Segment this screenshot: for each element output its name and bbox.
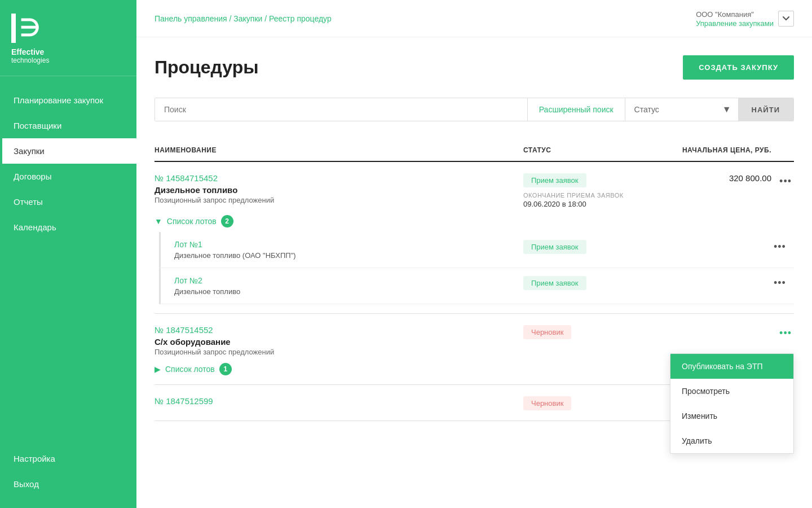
lot-number-1[interactable]: Лот №1 — [174, 240, 523, 249]
create-purchase-button[interactable]: СОЗДАТЬ ЗАКУПКУ — [683, 55, 794, 80]
proc-info-row3: № 1847512599 — [155, 396, 523, 408]
sidebar-nav: Планирование закупок Поставщики Закупки … — [0, 76, 136, 446]
status-select[interactable]: Статус — [625, 98, 738, 121]
proc-number-row1[interactable]: № 14584715452 — [155, 173, 523, 183]
more-button-lot1[interactable]: ••• — [771, 240, 788, 254]
lot-price-2 — [647, 276, 771, 296]
status-badge-row1: Прием заявок — [523, 173, 586, 187]
sidebar-item-purchases[interactable]: Закупки — [0, 138, 136, 164]
lot-info-2: Лот №2 Дизельное топливо — [174, 276, 523, 296]
context-menu-publish[interactable]: Опубликовать на ЭТП — [670, 354, 793, 379]
more-button-lot2[interactable]: ••• — [771, 276, 788, 290]
logo-area: ∋ Effective technologies — [0, 0, 136, 76]
proc-price-row1: 320 800.00 — [647, 173, 771, 183]
lot-actions-2: ••• — [771, 276, 794, 296]
search-bar: Расширенный поиск Статус ▼ НАЙТИ — [155, 98, 794, 121]
sidebar-item-settings[interactable]: Настройка — [0, 446, 136, 471]
proc-actions-row1: ••• — [771, 173, 794, 189]
chevron-right-lots-icon: ▶ — [155, 365, 161, 374]
lot-name-2: Дизельное топливо — [174, 287, 523, 296]
sidebar-item-logout[interactable]: Выход — [0, 471, 136, 497]
lot-number-2[interactable]: Лот №2 — [174, 276, 523, 285]
page-title: Процедуры — [155, 57, 259, 78]
proc-status-row3: Черновик — [523, 396, 647, 410]
breadcrumb-text: Панель управления / Закупки / Реестр про… — [155, 14, 332, 23]
logo-bar — [11, 14, 16, 43]
lots-count-row2: 1 — [219, 363, 232, 375]
lots-count-row1: 2 — [221, 215, 233, 227]
context-menu-view[interactable]: Просмотреть — [670, 379, 793, 404]
context-menu-delete[interactable]: Удалить — [670, 428, 793, 453]
lot-actions-1: ••• — [771, 240, 794, 260]
sidebar-item-reports[interactable]: Отчеты — [0, 189, 136, 214]
proc-name-row2: С/х оборудование — [155, 337, 523, 347]
search-input[interactable] — [155, 98, 527, 121]
logo-text-effective: Effective — [11, 47, 125, 56]
advanced-search-button[interactable]: Расширенный поиск — [527, 98, 625, 121]
sidebar-item-contracts[interactable]: Договоры — [0, 164, 136, 189]
deadline-label-row1: ОКОНЧАНИЕ ПРИЕМА ЗАЯВОК — [523, 192, 647, 199]
sidebar-item-calendar[interactable]: Календарь — [0, 214, 136, 240]
company-info: ООО "Компания" Управление закупками — [696, 9, 774, 28]
lot-row-2: Лот №2 Дизельное топливо Прием заявок ••… — [159, 268, 794, 304]
procedure-main-row2: № 1847514552 С/х оборудование Позиционны… — [155, 325, 794, 356]
sidebar-item-suppliers[interactable]: Поставщики — [0, 113, 136, 138]
proc-info-row1: № 14584715452 Дизельное топливо Позицион… — [155, 173, 523, 204]
page-header: Процедуры СОЗДАТЬ ЗАКУПКУ — [155, 55, 794, 80]
lot-status-badge-2: Прием заявок — [523, 276, 586, 290]
more-button-row1[interactable]: ••• — [777, 174, 794, 189]
lot-status-1: Прием заявок — [523, 240, 647, 260]
logo-icon: ∋ — [11, 14, 125, 43]
chevron-down-icon — [783, 16, 789, 21]
status-badge-row3: Черновик — [523, 396, 571, 410]
proc-name-row1: Дизельное топливо — [155, 185, 523, 195]
proc-type-row1: Позиционный запрос предложений — [155, 196, 523, 204]
status-select-wrapper: Статус ▼ — [625, 98, 738, 121]
content-area: Процедуры СОЗДАТЬ ЗАКУПКУ Расширенный по… — [136, 37, 812, 508]
proc-actions-row2: ••• — [771, 325, 794, 340]
lots-link-row1[interactable]: Список лотов — [167, 217, 217, 226]
lot-name-1: Дизельное топливо (ОАО "НБХПП") — [174, 251, 523, 260]
lots-container-row1: Лот №1 Дизельное топливо (ОАО "НБХПП") П… — [155, 232, 794, 304]
logo-text-tech: technologies — [11, 56, 125, 64]
search-button[interactable]: НАЙТИ — [738, 98, 793, 121]
col-header-status: СТАТУС — [523, 146, 647, 154]
lot-status-badge-1: Прием заявок — [523, 240, 586, 254]
col-header-price: НАЧАЛЬНАЯ ЦЕНА, РУБ. — [647, 146, 771, 154]
col-header-actions — [771, 146, 794, 154]
proc-number-row2[interactable]: № 1847514552 — [155, 325, 523, 335]
company-dropdown-button[interactable] — [778, 11, 794, 27]
lots-link-row2[interactable]: Список лотов — [165, 365, 215, 374]
table-header: НАИМЕНОВАНИЕ СТАТУС НАЧАЛЬНАЯ ЦЕНА, РУБ. — [155, 139, 794, 162]
deadline-value-row1: 09.06.2020 в 18:00 — [523, 200, 647, 208]
proc-number-row3[interactable]: № 1847512599 — [155, 396, 523, 406]
status-badge-row2: Черновик — [523, 325, 571, 339]
logo-symbol: ∋ — [19, 16, 40, 40]
chevron-down-lots-icon: ▼ — [155, 217, 162, 226]
context-menu: Опубликовать на ЭТП Просмотреть Изменить… — [670, 353, 794, 454]
sidebar-bottom: Настройка Выход — [0, 446, 136, 508]
more-button-row2[interactable]: ••• — [777, 326, 794, 340]
sidebar: ∋ Effective technologies Планирование за… — [0, 0, 136, 508]
breadcrumb: Панель управления / Закупки / Реестр про… — [155, 14, 332, 23]
company-link[interactable]: Управление закупками — [696, 19, 774, 28]
proc-info-row2: № 1847514552 С/х оборудование Позиционны… — [155, 325, 523, 356]
lot-status-2: Прием заявок — [523, 276, 647, 296]
lots-toggle-row1[interactable]: ▼ Список лотов 2 — [155, 215, 794, 227]
col-header-name: НАИМЕНОВАНИЕ — [155, 146, 523, 154]
lot-info-1: Лот №1 Дизельное топливо (ОАО "НБХПП") — [174, 240, 523, 260]
proc-status-row1: Прием заявок ОКОНЧАНИЕ ПРИЕМА ЗАЯВОК 09.… — [523, 173, 647, 208]
context-menu-edit[interactable]: Изменить — [670, 404, 793, 428]
proc-status-row2: Черновик — [523, 325, 647, 339]
lot-price-1 — [647, 240, 771, 260]
header: Панель управления / Закупки / Реестр про… — [136, 0, 812, 37]
sidebar-item-planning[interactable]: Планирование закупок — [0, 87, 136, 113]
proc-type-row2: Позиционный запрос предложений — [155, 348, 523, 356]
company-name: ООО "Компания" — [696, 10, 754, 19]
procedure-main-row1: № 14584715452 Дизельное топливо Позицион… — [155, 173, 794, 208]
procedure-row: № 14584715452 Дизельное топливо Позицион… — [155, 162, 794, 314]
lot-row-1: Лот №1 Дизельное топливо (ОАО "НБХПП") П… — [159, 232, 794, 268]
main-content: Панель управления / Закупки / Реестр про… — [136, 0, 812, 508]
header-right: ООО "Компания" Управление закупками — [696, 9, 794, 28]
